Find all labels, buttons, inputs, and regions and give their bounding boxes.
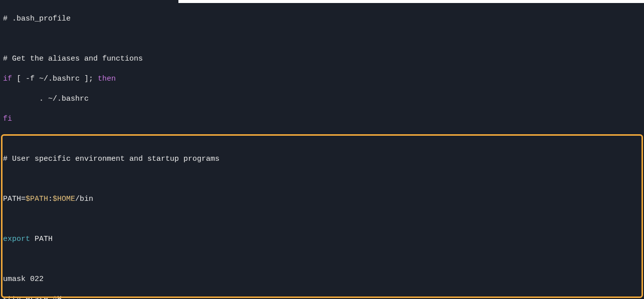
- keyword-export: export: [3, 235, 30, 243]
- code-line: export PATH: [3, 234, 641, 244]
- keyword-if: if: [3, 75, 12, 83]
- keyword-then: then: [98, 75, 116, 83]
- code-editor[interactable]: # .bash_profile # Get the aliases and fu…: [0, 0, 644, 299]
- code-line: PATH=$PATH:$HOME/bin: [3, 194, 641, 204]
- code-line: [3, 174, 641, 184]
- code-line: [3, 34, 641, 44]
- code-line: [3, 134, 641, 144]
- code-line: # .bash_profile: [3, 14, 641, 24]
- comment: # User specific environment and startup …: [3, 155, 220, 163]
- code-line: [3, 254, 641, 264]
- code-line: if [ -f ~/.bashrc ]; then: [3, 74, 641, 84]
- tab-bar: [178, 0, 644, 3]
- var-home: $HOME: [53, 195, 75, 203]
- comment: # Get the aliases and functions: [3, 55, 143, 63]
- code-line: fi: [3, 114, 641, 124]
- keyword-fi: fi: [3, 115, 12, 123]
- code-line: [3, 214, 641, 224]
- code-line: # User specific environment and startup …: [3, 154, 641, 164]
- var-path: $PATH: [26, 195, 48, 203]
- tab-active-edge: [0, 0, 178, 3]
- comment: # .bash_profile: [3, 15, 71, 23]
- code-line: . ~/.bashrc: [3, 94, 641, 104]
- code-line: stty erase ^H: [3, 294, 641, 299]
- code-line: # Get the aliases and functions: [3, 54, 641, 64]
- code-line: umask 022: [3, 274, 641, 284]
